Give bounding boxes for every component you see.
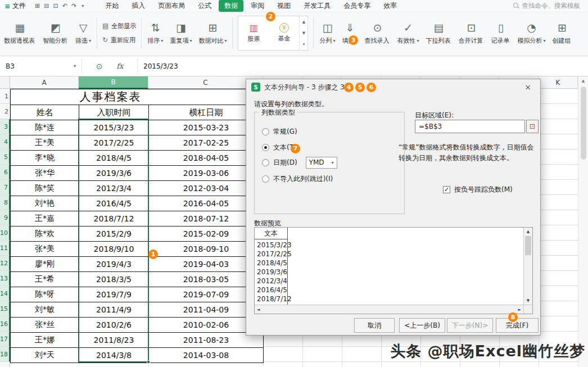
column-header-b[interactable]: B bbox=[79, 76, 148, 89]
gallery-more-icon[interactable]: ▾ bbox=[303, 42, 305, 47]
header-cell-join-date[interactable]: 入职时间 bbox=[79, 105, 149, 120]
row-header[interactable]: 3 bbox=[0, 119, 10, 134]
name-cell[interactable]: 陈*呀 bbox=[11, 287, 79, 302]
table-title-cell[interactable]: 人事档案表 bbox=[11, 89, 264, 105]
menu-tab[interactable]: 效率 bbox=[378, 0, 402, 12]
scroll-down-icon[interactable]: ▼ bbox=[302, 31, 305, 35]
name-cell[interactable]: 王*嘉 bbox=[11, 211, 79, 226]
chevron-down-icon[interactable]: ▾ bbox=[74, 64, 76, 69]
menu-tab[interactable]: 公式 bbox=[192, 0, 217, 12]
date-format-select[interactable]: YMD ▾ bbox=[306, 157, 337, 169]
sheet-vertical-scrollbar[interactable]: ▲ bbox=[578, 76, 588, 367]
join-date-cell[interactable]: 2018/7/12 bbox=[79, 211, 149, 226]
dash-date-cell[interactable]: 2014-03-08 bbox=[149, 348, 264, 363]
preview-vertical-scrollbar[interactable]: ▲ ▼ bbox=[523, 228, 532, 305]
name-cell[interactable]: 廖*刚 bbox=[11, 257, 79, 272]
menu-tab-data-selected[interactable]: 数据 bbox=[219, 0, 243, 12]
radio-general[interactable]: 常规(G) bbox=[262, 127, 297, 136]
file-menu[interactable]: ≡ 文件 bbox=[4, 1, 26, 11]
ribbon-button[interactable]: ⇅ 排序▾ bbox=[144, 21, 166, 45]
undo-icon[interactable]: ↶ bbox=[62, 2, 67, 10]
ribbon-button[interactable]: ▽ 筛选▾ bbox=[73, 21, 94, 45]
menu-tab[interactable]: 页面布局 bbox=[152, 0, 191, 12]
row-header[interactable]: 19 bbox=[0, 362, 10, 367]
name-cell[interactable]: 王*美 bbox=[11, 135, 79, 151]
header-cell-name[interactable]: 姓名 bbox=[11, 105, 79, 120]
scrollbar-thumb[interactable] bbox=[581, 87, 586, 160]
name-cell[interactable]: 刘*天 bbox=[11, 348, 79, 363]
command-search-box[interactable]: 查找命令、搜索模板 bbox=[513, 2, 581, 10]
select-all-corner[interactable] bbox=[0, 76, 10, 89]
join-date-cell[interactable]: 2014/3/8 bbox=[79, 348, 149, 363]
name-cell[interactable]: 王*希 bbox=[11, 272, 79, 287]
row-header[interactable]: 16 bbox=[0, 316, 10, 332]
gallery-scroll-arrows[interactable]: ▲ ▼ ▾ bbox=[299, 16, 307, 50]
trail-minus-checkbox[interactable]: ✓ 按负号跟踪负数(M) bbox=[443, 185, 513, 194]
menu-tab[interactable]: 会员专享 bbox=[338, 0, 376, 12]
row-header[interactable]: 7 bbox=[0, 180, 10, 195]
target-area-input[interactable]: =$B$3 bbox=[415, 120, 525, 133]
name-cell[interactable]: 陈*笑 bbox=[11, 181, 79, 196]
print-preview-icon[interactable]: ⊡ bbox=[53, 2, 58, 10]
name-cell[interactable]: 陈*连 bbox=[11, 120, 79, 135]
name-cell[interactable]: 刘*艳 bbox=[11, 196, 79, 211]
column-header-a[interactable]: A bbox=[10, 76, 79, 89]
join-date-cell[interactable]: 2011/8/23 bbox=[79, 333, 149, 348]
ribbon-button[interactable]: ▦ 数据透视表 bbox=[1, 21, 39, 45]
join-date-cell[interactable]: 2015/2/9 bbox=[79, 226, 149, 242]
grid-icon[interactable]: ⊞ bbox=[35, 2, 40, 10]
join-date-cell[interactable]: 2012/3/4 bbox=[79, 181, 149, 196]
ribbon-button[interactable]: ◔ 模拟分析▾ bbox=[514, 21, 548, 45]
finish-button[interactable]: 完成(F) bbox=[496, 318, 539, 333]
ribbon-button[interactable]: ⊡ 合并计算 bbox=[455, 21, 487, 45]
column-header-k[interactable]: K bbox=[539, 76, 578, 89]
radio-skip-column[interactable]: 不导入此列(跳过)(I) bbox=[262, 174, 333, 183]
row-header[interactable]: 9 bbox=[0, 210, 10, 225]
scroll-right-icon[interactable]: ► bbox=[518, 307, 521, 312]
menu-tab[interactable]: 审阅 bbox=[245, 0, 270, 12]
ribbon-button[interactable]: ▤ 下拉列表 bbox=[423, 21, 454, 45]
scroll-up-icon[interactable]: ▲ bbox=[527, 229, 530, 234]
ribbon-button[interactable]: ▯ 记录单 bbox=[488, 21, 513, 45]
formula-input[interactable]: 2015/3/23 bbox=[138, 56, 588, 76]
join-date-cell[interactable]: 2015/3/23 bbox=[79, 120, 149, 135]
cancel-button[interactable]: 取消 bbox=[354, 318, 395, 333]
scrollbar-thumb[interactable] bbox=[525, 236, 531, 255]
ribbon-button[interactable]: ⊙ 查找录入 bbox=[361, 21, 393, 45]
search-function-icon[interactable]: ⊙ bbox=[96, 62, 103, 71]
row-header[interactable]: 18 bbox=[0, 347, 10, 362]
row-header[interactable]: 8 bbox=[0, 195, 10, 210]
scroll-up-icon[interactable]: ▲ bbox=[302, 20, 305, 24]
row-header[interactable]: 15 bbox=[0, 301, 10, 316]
row-header[interactable]: 2 bbox=[0, 104, 10, 119]
row-header[interactable]: 4 bbox=[0, 134, 10, 149]
name-box[interactable]: B3 ▾ bbox=[0, 56, 82, 76]
chevron-down-icon[interactable]: ▾ bbox=[82, 3, 84, 8]
range-selector-button[interactable]: ⊡ bbox=[526, 120, 539, 133]
redo-icon[interactable]: ↷ bbox=[71, 2, 76, 10]
join-date-cell[interactable]: 2019/7/9 bbox=[79, 287, 149, 302]
radio-date[interactable]: 日期(D) YMD ▾ bbox=[262, 158, 337, 167]
join-date-cell[interactable]: 2017/2/25 bbox=[79, 135, 149, 151]
join-date-cell[interactable]: 2019/4/3 bbox=[79, 257, 149, 272]
scroll-up-icon[interactable]: ▲ bbox=[582, 79, 585, 83]
scroll-left-icon[interactable]: ◄ bbox=[257, 307, 260, 312]
scroll-down-icon[interactable]: ▼ bbox=[527, 298, 530, 303]
row-header[interactable]: 10 bbox=[0, 225, 10, 241]
insert-function-icon[interactable]: fx bbox=[116, 62, 123, 70]
ribbon-button[interactable]: ◩ 智能分析 bbox=[40, 21, 71, 45]
print-icon[interactable]: ⊟ bbox=[44, 2, 49, 10]
menu-tab[interactable]: 插入 bbox=[126, 0, 151, 12]
ribbon-button[interactable]: ⊞ 数据对比▾ bbox=[196, 21, 229, 45]
name-cell[interactable]: 王*娜 bbox=[11, 333, 79, 348]
join-date-cell[interactable]: 2019/3/6 bbox=[79, 166, 149, 181]
row-header[interactable]: 14 bbox=[0, 286, 10, 301]
join-date-cell[interactable]: 2018/3/5 bbox=[79, 272, 149, 287]
reapply-button[interactable]: ↻ 重新应用 bbox=[102, 36, 136, 44]
ribbon-button[interactable]: ◫ 分列▾ bbox=[316, 21, 338, 45]
close-icon[interactable]: × bbox=[521, 83, 535, 92]
name-cell[interactable]: 陈*欢 bbox=[11, 226, 79, 242]
join-date-cell[interactable]: 2018/4/5 bbox=[79, 151, 149, 166]
name-cell[interactable]: 李*晓 bbox=[11, 151, 79, 166]
previous-step-button[interactable]: <上一步(B) bbox=[399, 318, 445, 333]
